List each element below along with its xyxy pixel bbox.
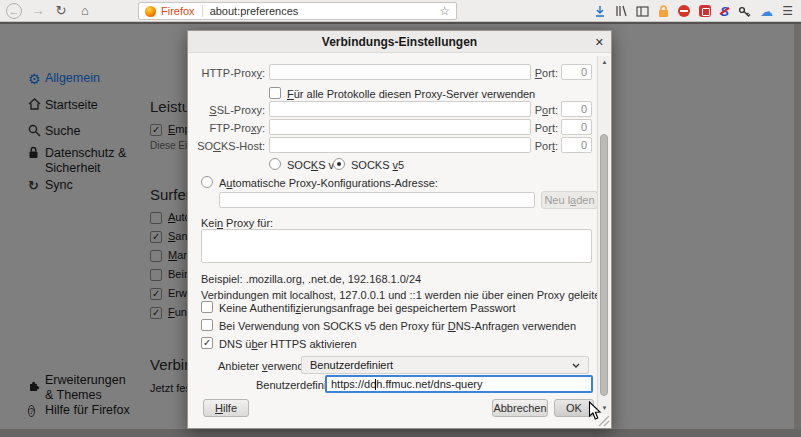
menu-icon[interactable]: ☰ [782, 0, 793, 22]
url-text: about:preferences [210, 5, 299, 17]
dialog-title: Verbindungs-Einstellungen [188, 31, 611, 53]
autoconfig-radio[interactable] [201, 176, 213, 188]
socks-port-input[interactable] [561, 137, 592, 153]
ssl-proxy-input[interactable] [269, 101, 531, 117]
use-for-all-checkbox[interactable] [269, 87, 281, 99]
http-proxy-label: HTTP-Proxy: [192, 67, 265, 79]
no-proxy-example: Beispiel: .mozilla.org, .net.de, 192.168… [201, 273, 421, 285]
socks-v5-radio[interactable] [333, 158, 345, 170]
reload-icon: ↻ [56, 3, 67, 18]
cloud-extension-icon[interactable]: ☁ [760, 4, 773, 19]
socks-host-label: SOCKS-Host: [192, 140, 265, 152]
socks-dns-checkbox[interactable] [201, 319, 213, 331]
provider-select[interactable]: Benutzerdefiniert [301, 356, 589, 374]
ftp-port-input[interactable] [561, 119, 592, 135]
doh-enable-label: DNS über HTTPS aktivieren [219, 338, 357, 350]
home-icon: ⌂ [81, 3, 89, 18]
password-key-icon[interactable] [738, 5, 751, 18]
socks-host-input[interactable] [269, 137, 531, 153]
tracker-blocker-extension-icon[interactable]: S [720, 4, 729, 19]
doh-enable-checkbox[interactable] [201, 337, 213, 349]
identity-chip: Firefox [139, 5, 210, 17]
http-proxy-input[interactable] [269, 64, 531, 80]
forward-button[interactable]: → [29, 0, 47, 22]
text-caret [375, 379, 376, 390]
autoconfig-label: Automatische Proxy-Konfigurations-Adress… [219, 177, 438, 189]
ssl-port-input[interactable] [561, 101, 592, 117]
sidebar-toggle-icon[interactable] [636, 6, 649, 17]
adblock-extension-icon[interactable] [678, 5, 690, 17]
scroll-up-icon[interactable]: ▲ [598, 59, 611, 65]
video-helper-extension-icon[interactable] [699, 5, 711, 17]
url-bar[interactable]: Firefox about:preferences ☆ [138, 2, 457, 20]
no-proxy-textarea[interactable] [201, 229, 592, 263]
library-icon[interactable] [615, 5, 627, 17]
reload-button[interactable]: ↻ [52, 0, 70, 22]
cancel-button[interactable]: Abbrechen [492, 399, 548, 417]
autoconfig-url-input[interactable] [219, 192, 535, 208]
ssl-port-label: Port: [532, 104, 558, 116]
no-auth-prompt-label: Keine Authentifizierungsanfrage bei gesp… [219, 302, 516, 314]
socks-v4-radio[interactable] [269, 158, 281, 170]
chip-divider [202, 5, 203, 17]
ftp-proxy-label: FTP-Proxy: [192, 122, 265, 134]
socks-port-label: Port: [532, 140, 558, 152]
ftp-port-label: Port: [532, 122, 558, 134]
chevron-down-icon [572, 363, 580, 369]
ftp-proxy-input[interactable] [269, 119, 531, 135]
help-button[interactable]: Hilfe [203, 399, 249, 417]
custom-provider-input[interactable] [325, 375, 593, 393]
home-button[interactable]: ⌂ [76, 0, 94, 22]
downloads-icon[interactable] [594, 5, 606, 18]
mouse-cursor [588, 401, 602, 421]
forward-icon: → [32, 3, 45, 18]
browser-toolbar: ← → ↻ ⌂ Firefox about:preferences ☆ S ☁ [0, 0, 801, 22]
use-for-all-label: Für alle Protokolle diesen Proxy-Server … [287, 88, 535, 100]
socks-v5-label: SOCKS v5 [351, 159, 404, 171]
provider-selected-value: Benutzerdefiniert [310, 359, 393, 371]
close-icon[interactable]: ✕ [595, 35, 604, 49]
back-icon: ← [9, 5, 20, 17]
ssl-proxy-label: SSL-Proxy: [192, 104, 265, 116]
http-port-label: Port: [532, 67, 558, 79]
bookmark-star-icon[interactable]: ☆ [439, 4, 450, 18]
scrollbar-thumb[interactable] [600, 134, 608, 396]
screen: { "glyphs": { "back": "←", "forward": "→… [0, 0, 801, 437]
http-port-input[interactable] [561, 64, 592, 80]
reload-pac-button[interactable]: Neu laden [541, 191, 598, 209]
identity-brand: Firefox [161, 5, 195, 17]
lock-extension-icon[interactable] [658, 5, 669, 18]
firefox-logo-icon [145, 6, 156, 17]
back-button[interactable]: ← [6, 3, 22, 19]
socks-dns-label: Bei Verwendung von SOCKS v5 den Proxy fü… [219, 320, 576, 332]
no-proxy-label: Kein Proxy für: [201, 217, 273, 229]
toolbar-icons: S ☁ [594, 0, 773, 22]
connection-settings-dialog: Verbindungs-Einstellungen ✕ HTTP-Proxy: … [187, 30, 612, 429]
localhost-note: Verbindungen mit localhost, 127.0.0.1 un… [201, 289, 606, 301]
dialog-scrollbar[interactable]: ▲ ▼ [597, 56, 610, 414]
no-auth-prompt-checkbox[interactable] [201, 301, 213, 313]
